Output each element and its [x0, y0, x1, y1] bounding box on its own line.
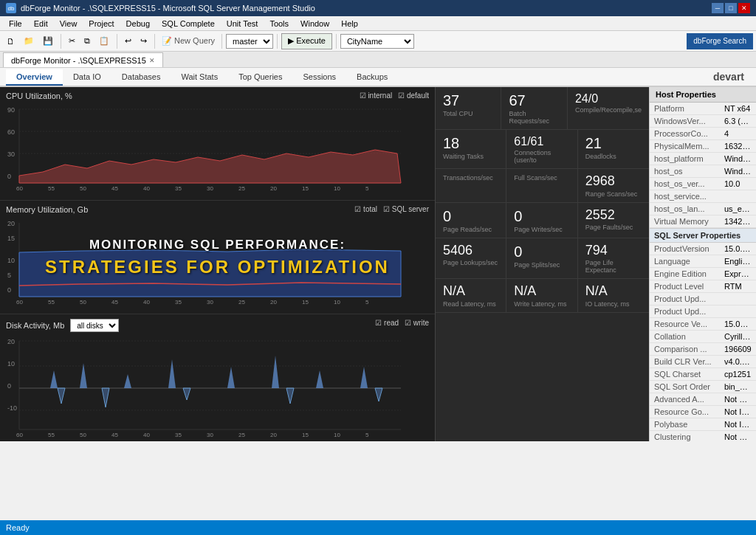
execute-button[interactable]: ▶ Execute — [281, 33, 332, 49]
svg-marker-9 — [19, 150, 401, 183]
disk-dropdown[interactable]: all disks — [70, 319, 119, 332]
host-properties-title: Host Properties — [650, 87, 756, 103]
svg-marker-55 — [168, 359, 176, 388]
prop-productversion-val: 15.0.2000.5 — [720, 243, 756, 255]
tab-topqueries[interactable]: Top Queries — [228, 69, 292, 86]
metric-iolatency-label: IO Latency, ms — [585, 300, 642, 308]
window-title: dbForge Monitor - .\SQLEXPRESS15 - Micro… — [21, 4, 315, 13]
prop-buildclrver-val: v4.0.30319 — [720, 356, 756, 367]
main-tab[interactable]: dbForge Monitor - .\SQLEXPRESS15 ✕ — [3, 52, 163, 67]
toolbar-paste[interactable]: 📋 — [95, 33, 113, 49]
menu-help[interactable]: Help — [335, 18, 364, 30]
new-query-btn[interactable]: 📝 New Query — [162, 36, 215, 46]
svg-text:35: 35 — [175, 185, 182, 190]
metric-waiting-label: Waiting Tasks — [443, 153, 498, 160]
maximize-button[interactable]: □ — [725, 3, 737, 13]
menu-unittest[interactable]: Unit Test — [221, 18, 264, 30]
toolbar-new[interactable]: 🗋 — [3, 33, 18, 49]
prop-collation-key: Collation — [650, 331, 720, 342]
menu-view[interactable]: View — [54, 18, 83, 30]
prop-clustering-val: Not Clustered — [720, 431, 756, 441]
prop-collation: Collation Cyrillic_Gene... — [650, 331, 756, 343]
svg-text:15: 15 — [7, 235, 15, 242]
prop-hostosver-val: 10.0 — [720, 178, 756, 190]
prop-hostlan-key: host_os_lan... — [650, 203, 720, 215]
close-button[interactable]: ✕ — [738, 3, 750, 13]
metric-pagereads-value: 0 — [443, 207, 498, 225]
memory-chart-panel: Memory Utilization, Gb ☑ total ☑ SQL ser… — [0, 201, 435, 314]
tab-waitstats[interactable]: Wait Stats — [171, 69, 228, 86]
menu-file[interactable]: File — [3, 18, 28, 30]
toolbar-copy[interactable]: ⧉ — [80, 33, 94, 49]
prop-productupd2-val — [720, 306, 756, 317]
prop-hostplatform: host_platform Windows — [650, 153, 756, 165]
tab-databases[interactable]: Databases — [111, 69, 171, 86]
svg-marker-58 — [316, 370, 323, 388]
tab-sessions[interactable]: Sessions — [292, 69, 346, 86]
tab-overview[interactable]: Overview — [6, 69, 63, 86]
prop-hostlan: host_os_lan... us_english — [650, 203, 756, 215]
prop-hostosver-key: host_os_ver... — [650, 178, 720, 190]
metric-pagewrites-label: Page Writes/sec — [514, 226, 569, 233]
prop-productlevel: Product Level RTM — [650, 280, 756, 293]
svg-text:40: 40 — [143, 432, 150, 437]
tab-dataio[interactable]: Data IO — [63, 69, 111, 86]
toolbar-cut[interactable]: ✂ — [65, 33, 79, 49]
toolbar-redo[interactable]: ↪ — [137, 33, 151, 49]
minimize-button[interactable]: ─ — [712, 3, 724, 13]
svg-text:20: 20 — [7, 220, 15, 227]
memory-legend: ☑ total ☑ SQL server — [354, 205, 429, 213]
toolbar-save[interactable]: 💾 — [39, 33, 57, 49]
svg-text:55: 55 — [48, 185, 55, 190]
prop-productversion: ProductVersion 15.0.2000.5 — [650, 243, 756, 255]
toolbar-open[interactable]: 📁 — [20, 33, 38, 49]
dbforge-search-btn[interactable]: dbForge Search — [687, 33, 753, 49]
prop-windowsver-key: WindowsVer... — [650, 115, 720, 127]
memory-chart-svg: 20 15 10 5 0 60 55 50 45 40 35 30 25 20 — [6, 215, 405, 304]
prop-productupd1-val — [720, 293, 756, 305]
svg-text:10: 10 — [334, 299, 340, 304]
menu-debug[interactable]: Debug — [120, 18, 156, 30]
prop-productlevel-val: RTM — [720, 280, 756, 292]
toolbar-sep1 — [61, 34, 61, 49]
tab-close-btn[interactable]: ✕ — [149, 57, 155, 64]
cityname-combo[interactable]: CityName — [340, 34, 414, 49]
metric-pagefaults: 2552 Page Faults/sec — [578, 203, 649, 238]
metric-pagesplits: 0 Page Splits/sec — [506, 238, 577, 279]
svg-text:30: 30 — [207, 299, 213, 304]
metric-pagelife-value: 794 — [585, 243, 642, 259]
prop-hostservice: host_service... — [650, 190, 756, 203]
toolbar-undo[interactable]: ↩ — [121, 33, 135, 49]
menu-tools[interactable]: Tools — [264, 18, 295, 30]
prop-sqlsortorder-key: SQL Sort Order — [650, 381, 720, 393]
metric-waiting-value: 18 — [443, 134, 498, 152]
prop-hostplatform-key: host_platform — [650, 153, 720, 165]
svg-text:35: 35 — [175, 299, 182, 304]
prop-comparison-val: 196609 — [720, 343, 756, 355]
menu-edit[interactable]: Edit — [28, 18, 54, 30]
menu-window[interactable]: Window — [295, 18, 335, 30]
cpu-chart-svg: 90 60 30 0 60 55 50 45 40 35 30 — [6, 102, 405, 190]
metric-pagesplits-value: 0 — [514, 243, 569, 260]
tab-backups[interactable]: Backups — [346, 69, 398, 86]
menu-project[interactable]: Project — [83, 18, 120, 30]
menu-sqlcomplete[interactable]: SQL Complete — [156, 18, 221, 30]
svg-text:60: 60 — [16, 185, 23, 190]
metric-rangescans-value: 2968 — [585, 173, 642, 190]
prop-resourcego: Resource Go... Not Installed — [650, 406, 756, 418]
metric-total-cpu-value: 37 — [443, 92, 493, 109]
prop-platform: Platform NT x64 — [650, 103, 756, 115]
prop-advanceda: Advanced A... Not enabled — [650, 393, 756, 406]
main-content: CPU Utilization, % ☑ internal ☑ default … — [0, 87, 756, 441]
database-combo[interactable]: master — [226, 34, 273, 49]
metric-batch-req-label: Batch Requests/sec — [509, 110, 559, 125]
metric-connections-label: Connections (user/to — [514, 149, 569, 164]
svg-text:45: 45 — [111, 185, 118, 190]
prop-processorco: ProcessorCo... 4 — [650, 128, 756, 140]
prop-virtualmem-key: Virtual Memory — [650, 215, 720, 227]
prop-productlevel-key: Product Level — [650, 280, 720, 292]
svg-text:5: 5 — [365, 185, 369, 190]
prop-language: Language English (Unit... — [650, 255, 756, 268]
metric-connections-value: 61/61 — [514, 134, 569, 148]
status-bar: Ready — [0, 520, 756, 535]
